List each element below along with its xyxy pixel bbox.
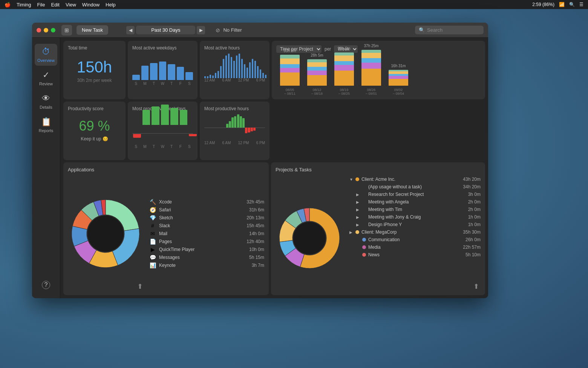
app-icon: 📊 xyxy=(149,262,156,268)
project-name: Client: Acme Inc. xyxy=(361,177,461,182)
project-list-item: (App usage without a task) 34h 20m xyxy=(349,184,481,190)
project-expand-icon[interactable]: ▶ xyxy=(356,223,360,227)
sidebar-label-overview: Overview xyxy=(37,58,55,63)
project-name: Research for Secret Project xyxy=(368,192,466,197)
search-section[interactable]: 🔍 xyxy=(415,26,484,34)
project-time: 43h 20m xyxy=(463,177,481,182)
app-content: 🔨 Xcode 32h 45m 🧭 Safari 31h 6m 💎 Sketch… xyxy=(68,176,264,291)
overview-icon: ⏱ xyxy=(42,47,50,57)
search-menu-icon[interactable]: 🔍 xyxy=(569,2,575,7)
apple-menu[interactable]: 🍎 xyxy=(5,2,11,8)
time-project-card: Time per Project per Week 33h 5m08/05– 0… xyxy=(272,41,485,99)
sidebar-item-details[interactable]: 👁 Details xyxy=(35,91,57,112)
period-label[interactable]: Past 30 Days xyxy=(136,26,195,34)
app-donut-chart xyxy=(68,196,143,271)
app-icon: 💬 xyxy=(149,254,156,260)
project-list-item: ▶ Client: MegaCorp 35h 30m xyxy=(349,229,481,235)
menu-timing[interactable]: Timing xyxy=(17,2,31,8)
review-icon: ✓ xyxy=(43,70,49,80)
export-button[interactable]: ⬆ xyxy=(137,282,143,291)
hours-labels: 12 AM 6 AM 12 PM 6 PM xyxy=(204,78,265,82)
stacked-chart: 33h 5m08/05– 08/1128h 5m08/12– 08/1835h … xyxy=(276,56,481,95)
prev-period-button[interactable]: ◀ xyxy=(126,26,135,34)
details-icon: 👁 xyxy=(42,94,50,103)
sidebar-item-overview[interactable]: ⏱ Overview xyxy=(35,44,57,66)
menu-window[interactable]: Window xyxy=(82,2,100,8)
menu-help[interactable]: Help xyxy=(106,2,116,8)
app-name: Sketch xyxy=(159,215,243,220)
project-expand-icon[interactable]: ▶ xyxy=(356,208,360,212)
minimize-button[interactable] xyxy=(44,28,48,32)
app-list-item: 💬 Messages 5h 15m xyxy=(149,254,264,260)
close-button[interactable] xyxy=(37,28,41,32)
project-expand-icon[interactable]: ▶ xyxy=(356,200,360,204)
project-time: 2h 0m xyxy=(468,207,481,212)
total-time-card: Total time 150h 30h 2m per week xyxy=(63,41,126,99)
project-name: Meeting with Tim xyxy=(368,207,466,212)
project-name: Meeting with Angela xyxy=(368,199,466,205)
project-name: Communication xyxy=(368,237,463,242)
top-row: Total time 150h 30h 2m per week Most act… xyxy=(63,41,485,99)
sidebar-bottom: ? xyxy=(35,278,57,292)
project-expand-icon[interactable]: ▶ xyxy=(349,230,353,234)
sidebar-item-reports[interactable]: 📋 Reports xyxy=(35,114,57,136)
sidebar-item-review[interactable]: ✓ Review xyxy=(35,67,57,89)
sidebar: ⏱ Overview ✓ Review 👁 Details 📋 Reports … xyxy=(32,38,60,298)
project-name: Client: MegaCorp xyxy=(361,229,461,235)
projects-title: Projects & Tasks xyxy=(276,167,481,172)
help-icon: ? xyxy=(42,281,50,289)
main-layout: ⏱ Overview ✓ Review 👁 Details 📋 Reports … xyxy=(32,38,488,298)
menu-extra[interactable]: ☰ xyxy=(579,2,583,7)
project-time: 2h 0m xyxy=(468,199,481,205)
bar-group: 16h 31m09/02– 09/04 xyxy=(389,64,408,95)
menu-file[interactable]: File xyxy=(37,2,45,8)
total-time-sub: 30h 2m per week xyxy=(68,78,121,83)
app-list-item: # Slack 15h 45m xyxy=(149,223,264,229)
content: Total time 150h 30h 2m per week Most act… xyxy=(60,38,488,298)
project-time: 26h 0m xyxy=(466,237,481,242)
project-expand-icon[interactable]: ▶ xyxy=(356,192,360,197)
fullscreen-button[interactable] xyxy=(51,28,55,32)
menu-view[interactable]: View xyxy=(66,2,76,8)
sidebar-toggle[interactable]: ⊞ xyxy=(61,25,72,35)
next-period-button[interactable]: ▶ xyxy=(197,26,205,34)
app-time: 31h 6m xyxy=(249,207,264,212)
project-list-item: Communication 26h 0m xyxy=(349,237,481,243)
app-name: QuickTime Player xyxy=(159,247,246,252)
projects-export-button[interactable]: ⬆ xyxy=(473,282,479,291)
wifi-icon: 📶 xyxy=(559,2,565,7)
help-button[interactable]: ? xyxy=(35,278,57,292)
search-input[interactable] xyxy=(427,27,480,33)
active-hours-card: Most active hours 12 AM 6 AM 12 PM 6 PM xyxy=(200,41,270,99)
app-list: 🔨 Xcode 32h 45m 🧭 Safari 31h 6m 💎 Sketch… xyxy=(149,199,264,268)
bottom-row: Applications 🔨 Xcode 32h 45m 🧭 Safari 31… xyxy=(63,162,485,295)
active-hours-chart xyxy=(204,54,265,78)
project-dot xyxy=(362,245,366,249)
project-expand-icon[interactable]: ▶ xyxy=(356,215,360,219)
app-icon: 💎 xyxy=(149,215,156,221)
app-name: Xcode xyxy=(159,199,243,205)
project-expand-icon[interactable]: ▼ xyxy=(349,177,353,182)
app-window: ⊞ New Task ◀ Past 30 Days ▶ ⊘ No Filter … xyxy=(32,23,488,298)
menu-edit[interactable]: Edit xyxy=(51,2,59,8)
prod-hours-labels: 12 AM 6 AM 12 PM 6 PM xyxy=(204,141,265,145)
productivity-sub: Keep it up 😊 xyxy=(68,136,121,142)
app-list-item: 🧭 Safari 31h 6m xyxy=(149,207,264,213)
total-time-value: 150h xyxy=(68,58,121,76)
app-icon: ▶ xyxy=(149,246,156,253)
battery-status: 2:59 (86%) xyxy=(532,2,554,7)
project-list-item: ▶ Meeting with Angela 2h 0m xyxy=(349,199,481,205)
app-list-item: ✉ Mail 14h 0m xyxy=(149,231,264,237)
new-task-button[interactable]: New Task xyxy=(77,25,108,35)
weekdays-labels: SMTWTFS xyxy=(132,82,193,86)
app-icon: ✉ xyxy=(149,231,156,237)
app-name: Slack xyxy=(159,223,243,228)
search-icon: 🔍 xyxy=(419,27,425,33)
projects-content: ▼ Client: Acme Inc. 43h 20m (App usage w… xyxy=(276,176,481,295)
active-hours-title: Most active hours xyxy=(204,45,265,51)
total-time-title: Total time xyxy=(68,45,121,51)
sidebar-label-details: Details xyxy=(40,105,52,109)
project-list-item: ▶ Research for Secret Project 3h 0m xyxy=(349,191,481,197)
project-dot xyxy=(355,230,359,234)
project-time: 5h 10m xyxy=(466,252,481,257)
